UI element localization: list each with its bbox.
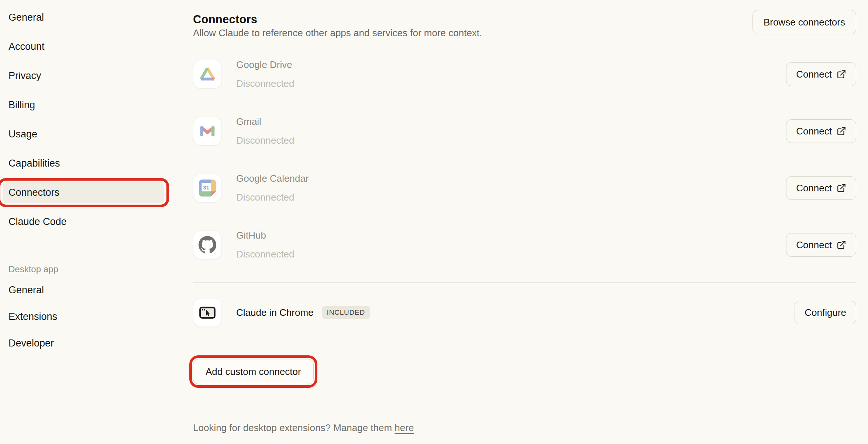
browse-connectors-button[interactable]: Browse connectors — [752, 10, 856, 34]
connect-label: Connect — [796, 182, 832, 194]
sidebar-item-claude-code[interactable]: Claude Code — [0, 207, 173, 236]
sidebar-item-label: Developer — [8, 338, 54, 349]
manage-here-link[interactable]: here — [395, 422, 414, 433]
github-icon — [193, 230, 222, 259]
sidebar-item-label: General — [8, 12, 44, 23]
add-custom-connector-label: Add custom connector — [206, 366, 301, 378]
external-link-icon — [837, 240, 846, 250]
sidebar-item-label: General — [8, 284, 44, 296]
add-custom-connector-wrap: Add custom connector — [193, 359, 314, 384]
connect-label: Connect — [796, 239, 832, 251]
desktop-extensions-note: Looking for desktop extensions? Manage t… — [193, 421, 414, 434]
connector-row-google-calendar: 31 Google Calendar Disconnected Connect — [193, 174, 856, 202]
connect-button-google-calendar[interactable]: Connect — [786, 176, 856, 200]
browse-connectors-label: Browse connectors — [764, 17, 845, 28]
connector-name: Google Drive — [236, 55, 294, 74]
sidebar-item-desktop-general[interactable]: General — [0, 277, 173, 303]
connector-name: Google Calendar — [236, 169, 309, 188]
connector-status: Disconnected — [236, 188, 309, 207]
connector-status: Disconnected — [236, 245, 294, 264]
connector-text: Google Calendar Disconnected — [236, 174, 309, 202]
sidebar-item-general[interactable]: General — [0, 3, 173, 32]
connect-label: Connect — [796, 126, 832, 137]
page-title: Connectors — [193, 13, 257, 26]
connector-row-google-drive: Google Drive Disconnected Connect — [193, 60, 856, 89]
connect-button-github[interactable]: Connect — [786, 233, 856, 257]
sidebar-item-label: Extensions — [8, 311, 57, 322]
sidebar-item-account[interactable]: Account — [0, 32, 173, 61]
note-text: Looking for desktop extensions? Manage t… — [193, 422, 395, 433]
connector-text: Gmail Disconnected — [236, 117, 294, 146]
sidebar-item-label: Account — [8, 41, 45, 52]
sidebar-item-label: Usage — [8, 129, 37, 140]
sidebar-item-connectors[interactable]: Connectors — [0, 178, 173, 207]
sidebar-item-capabilities[interactable]: Capabilities — [0, 149, 173, 178]
connector-status: Disconnected — [236, 131, 294, 150]
connector-row-github: GitHub Disconnected Connect — [193, 230, 856, 259]
connect-button-gmail[interactable]: Connect — [786, 119, 856, 143]
sidebar-section-desktop-app: Desktop app — [0, 262, 173, 277]
connector-row-claude-in-chrome: Claude in Chrome INCLUDED Configure — [193, 298, 856, 327]
sidebar-item-label: Privacy — [8, 70, 41, 82]
connector-text: Google Drive Disconnected — [236, 60, 294, 89]
connector-list: Google Drive Disconnected Connect — [193, 60, 856, 287]
svg-text:31: 31 — [203, 185, 209, 191]
sidebar-item-label: Capabilities — [8, 158, 60, 169]
google-drive-icon — [193, 60, 222, 89]
included-badge: INCLUDED — [322, 306, 371, 319]
page-subtitle: Allow Claude to reference other apps and… — [193, 27, 482, 39]
connector-row-gmail: Gmail Disconnected Connect — [193, 117, 856, 146]
google-calendar-icon: 31 — [193, 174, 222, 202]
external-link-icon — [837, 69, 846, 79]
section-divider — [193, 282, 856, 283]
connector-name: GitHub — [236, 226, 294, 245]
configure-button[interactable]: Configure — [795, 301, 856, 324]
sidebar-item-label: Claude Code — [8, 216, 67, 228]
connect-button-google-drive[interactable]: Connect — [786, 62, 856, 86]
configure-label: Configure — [805, 307, 846, 318]
sidebar-item-privacy[interactable]: Privacy — [0, 61, 173, 90]
sidebar-item-label: Connectors — [8, 187, 59, 198]
sidebar-item-billing[interactable]: Billing — [0, 90, 173, 120]
external-link-icon — [837, 126, 846, 136]
external-link-icon — [837, 183, 846, 193]
sidebar-item-extensions[interactable]: Extensions — [0, 303, 173, 330]
connector-name: Gmail — [236, 112, 294, 131]
gmail-icon — [193, 117, 222, 146]
connector-name: Claude in Chrome — [236, 307, 314, 318]
browser-cursor-icon — [193, 298, 222, 327]
connector-status: Disconnected — [236, 74, 294, 93]
add-custom-connector-button[interactable]: Add custom connector — [193, 359, 314, 384]
sidebar-item-developer[interactable]: Developer — [0, 330, 173, 356]
connector-text: GitHub Disconnected — [236, 230, 294, 259]
settings-sidebar: General Account Privacy Billing Usage Ca… — [0, 0, 173, 444]
sidebar-item-usage[interactable]: Usage — [0, 120, 173, 149]
connect-label: Connect — [796, 69, 832, 80]
sidebar-item-label: Billing — [8, 99, 35, 111]
